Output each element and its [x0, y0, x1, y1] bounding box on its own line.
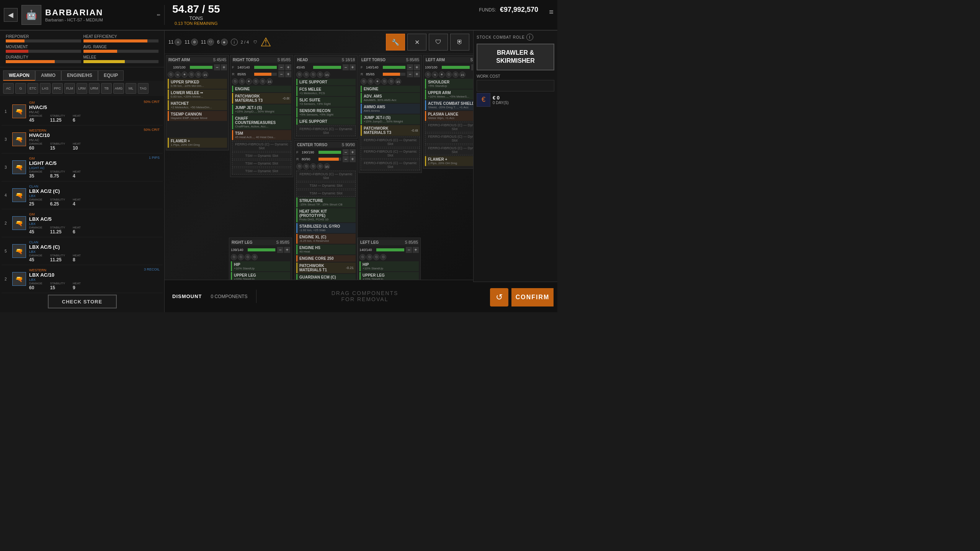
list-item[interactable]: HATCHET +2 MeleeAcc, +50 MeleeDm...	[168, 100, 227, 110]
list-item[interactable]: 5 🔫 CLAN LBX AC/5 (C) LBX DAMAGE45 STABI…	[2, 237, 163, 265]
list-item[interactable]: FLAMER + 1 Pips, 20% OH Dmg	[168, 138, 227, 148]
defense-button[interactable]: ⛨	[450, 34, 469, 51]
filter-lrm[interactable]: LRM	[77, 83, 87, 94]
hp-increase[interactable]: +	[285, 64, 291, 70]
edit-button[interactable]: ✏	[157, 13, 160, 18]
list-item[interactable]: ENGINE CORE 250	[296, 255, 356, 262]
action-buttons: 🔧 ✕ 🛡 ⛨	[386, 34, 469, 51]
ll-hp: 140/140	[359, 248, 375, 252]
hp-increase[interactable]: +	[413, 247, 419, 253]
hp-increase[interactable]: +	[350, 64, 356, 70]
list-item[interactable]: ADV. AMS AdvAMS, 30% AMS Acc	[361, 93, 420, 103]
list-item[interactable]: JUMP JET-I (S) +15% JumpD..., 50% Weight	[232, 104, 291, 114]
x-button[interactable]: ✕	[407, 34, 426, 51]
dismount-drop-zone[interactable]: DRAG COMPONENTS FOR REMOVAL	[256, 290, 473, 302]
tab-equip[interactable]: EQUIP	[98, 70, 124, 81]
menu-icon[interactable]: ≡	[549, 8, 554, 16]
back-button[interactable]: ◀	[4, 8, 18, 22]
hp-decrease[interactable]: −	[407, 71, 413, 77]
slot-icon: ⚫	[238, 254, 244, 260]
list-item[interactable]: PATCHWORK MATERIALS T1 -0.21	[296, 262, 356, 273]
filter-flm[interactable]: FLM	[64, 83, 75, 94]
tab-engine[interactable]: ENGINE/HS	[61, 70, 98, 81]
filter-tb[interactable]: TB	[101, 83, 112, 94]
list-item[interactable]: AMMO AMS AMS Ammo	[361, 104, 420, 114]
hp-increase[interactable]: +	[414, 71, 420, 77]
list-item[interactable]: HIP+10% StandUp	[359, 261, 419, 271]
right-arm-section: RIGHT ARM S 45/45 100/100 − + ⚫ ½ ❄	[166, 55, 229, 150]
list-item[interactable]: PATCHWORK MATERIALS T3 -0.6t	[232, 93, 291, 104]
list-item[interactable]: ENGINE	[361, 86, 420, 92]
list-item[interactable]: FCS MELEE +1 MeleeAcc, FCS	[296, 86, 356, 96]
list-item[interactable]: 4 🔫 CLAN LBX AC/2 (C) LBX DAMAGE25 STABI…	[2, 181, 163, 209]
list-item[interactable]: PATCHWORK MATERIALS T3 -0.6t	[361, 125, 420, 136]
list-item[interactable]: SLIC SUITE +3 Sensors, +3% Sight	[296, 97, 356, 107]
shield-button[interactable]: 🛡	[429, 34, 448, 51]
hp-increase[interactable]: +	[221, 64, 227, 70]
stat-chip-3: 11 🛡	[201, 39, 214, 46]
hp-increase[interactable]: +	[414, 64, 420, 70]
list-item[interactable]: 2 🔫 WESTERN3 RECOIL LBX AC/10 LBX DAMAGE…	[2, 265, 163, 293]
slot-icon: 1/1	[324, 72, 330, 78]
filter-ml[interactable]: ML	[126, 83, 136, 94]
help-icon[interactable]: i	[231, 39, 238, 46]
filter-etc[interactable]: ETC	[28, 83, 38, 94]
hp-decrease[interactable]: −	[278, 64, 284, 70]
filter-g[interactable]: G	[15, 83, 26, 94]
undo-button[interactable]: ↺	[490, 288, 508, 306]
list-item[interactable]: 3 🔫 GM1 PIPS LIGHT AC/5 LIGHT AC DAMAGE3…	[2, 153, 163, 181]
mech-area: 11 ⚔ 11 ⚙ 11 🛡 6 ◈ i 2 / 4 ⛉ ⚠ 🔧 ✕ 🛡 ⛨	[165, 31, 473, 312]
hp-decrease[interactable]: −	[343, 64, 349, 70]
list-item[interactable]: ENGINE XL (C) -6.25 ton, 4 Reserved	[296, 234, 356, 244]
hp-decrease[interactable]: −	[278, 71, 284, 77]
hp-decrease[interactable]: −	[214, 64, 220, 70]
hp-decrease[interactable]: −	[343, 149, 349, 155]
filter-las[interactable]: LAS	[40, 83, 51, 94]
list-item[interactable]: LIFE SUPPORT	[296, 118, 356, 125]
list-item[interactable]: CHAFF COUNTERMEASURES ChaffFlare, Active…	[232, 115, 291, 129]
filter-tag[interactable]: TAG	[138, 83, 149, 94]
hp-increase[interactable]: +	[285, 71, 291, 77]
right-torso-section: RIGHT TORSO S 85/85 F 140/140 − + R 85/6…	[230, 55, 293, 177]
slot-icon: ⚫	[425, 72, 431, 78]
list-item[interactable]: TSEMP CANNON Haywire EMP, Impair Move	[168, 111, 227, 121]
list-item[interactable]: LOWER MELEE •• 0.83 ton, +20% Melee...	[168, 90, 227, 99]
left-arm-title: LEFT ARM	[426, 58, 445, 62]
list-item[interactable]: HEAT SINK KIT (PROTOTYPE) Proto DHS, PCH…	[296, 208, 356, 222]
slot-icon: 1/1	[266, 78, 273, 85]
wrench-button[interactable]: 🔧	[386, 34, 405, 51]
list-item[interactable]: LIFE SUPPORT	[296, 79, 356, 85]
list-item[interactable]: 3 🔫 WESTERN50% CRIT HVAC/10 HV.AC DAMAGE…	[2, 126, 163, 153]
list-item[interactable]: TSM 45 Heat Acti..., 40 Heat Dea...	[232, 130, 291, 140]
mech-name: BARBARIAN	[45, 8, 150, 18]
hp-decrease[interactable]: −	[277, 247, 283, 253]
hp-increase[interactable]: +	[350, 156, 356, 162]
tab-weapon[interactable]: WEAPON	[3, 70, 35, 81]
slot-icon: ½	[432, 72, 438, 78]
list-item[interactable]: ENGINE	[232, 86, 291, 92]
hp-decrease[interactable]: −	[407, 64, 413, 70]
list-item[interactable]: 1 🔫 GM50% CRIT HVAC/5 HV.AC DAMAGE45 STA…	[2, 98, 163, 126]
hp-increase[interactable]: +	[350, 149, 356, 155]
hp-increase[interactable]: +	[284, 247, 290, 253]
hp-decrease[interactable]: −	[343, 156, 349, 162]
confirm-button[interactable]: CONFIRM	[511, 288, 554, 306]
stock-help-icon[interactable]: i	[526, 34, 533, 41]
left-panel: FIREPOWER HEAT EFFICIENCY MOVEMENT AVG. …	[0, 31, 165, 312]
slot-icon: ⚫	[368, 78, 374, 85]
hp-decrease[interactable]: −	[406, 247, 412, 253]
check-store-button[interactable]: CHECK STORE	[48, 295, 117, 308]
list-item[interactable]: UPPER SPIKED 0.56 ton, -10% Md Dm...	[168, 79, 227, 89]
filter-amg[interactable]: AMG	[113, 83, 124, 94]
filter-urm[interactable]: URM	[89, 83, 100, 94]
list-item[interactable]: SENSOR RECON +5% Sensors, +5% Sight	[296, 108, 356, 117]
list-item[interactable]: JUMP JET-I (S) +15% JumpD..., 50% Weight	[361, 114, 420, 124]
list-item[interactable]: 2 🔫 GM LBX AC/5 LBX DAMAGE45 STABILITY11…	[2, 209, 163, 237]
list-item[interactable]: STABILIZED UL GYRO -1.92 ton, +25 Stab	[296, 223, 356, 233]
filter-ppc[interactable]: PPC	[52, 83, 63, 94]
filter-ac[interactable]: AC	[3, 83, 14, 94]
list-item[interactable]: STRUCTURE -15% Struct TP, -15% Struct CB	[296, 197, 356, 207]
list-item[interactable]: HIP+10% StandUp	[231, 261, 290, 271]
list-item[interactable]: ENGINE HS 40 Heat	[296, 245, 356, 254]
tab-ammo[interactable]: AMMO	[35, 70, 61, 81]
